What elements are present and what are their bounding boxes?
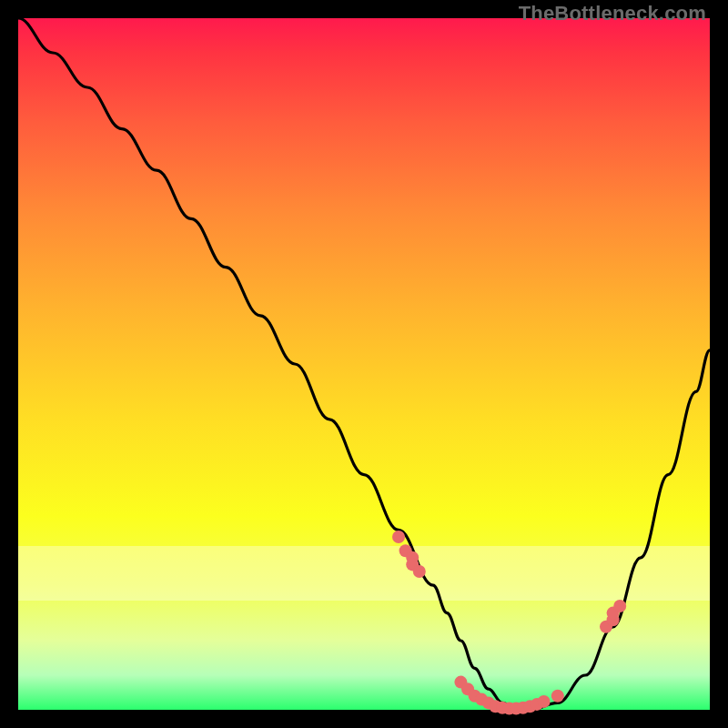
marker-dot [551, 690, 564, 703]
marker-dot [538, 695, 551, 708]
bottleneck-curve [18, 18, 710, 710]
chart-svg [18, 18, 710, 710]
marker-dot [613, 600, 626, 612]
highlight-dots [392, 531, 626, 714]
marker-dot [392, 531, 405, 543]
marker-dot [413, 565, 426, 578]
